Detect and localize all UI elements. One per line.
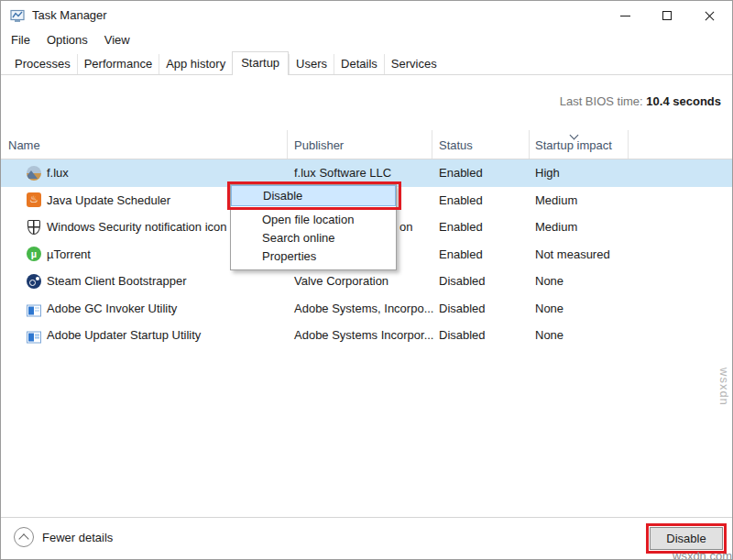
footer-bar: Fewer details: [1, 517, 732, 559]
adobe-icon: [27, 304, 41, 316]
flux-icon: [27, 166, 41, 181]
impact-cell: Not measured: [535, 241, 610, 269]
sort-descending-icon: [571, 132, 578, 139]
tab-bar: Processes Performance App history Startu…: [1, 51, 732, 75]
publisher-cell: Adobe Systems Incorpor...: [294, 322, 433, 349]
close-icon: [704, 10, 716, 22]
status-cell: Enabled: [439, 241, 483, 269]
column-divider[interactable]: [432, 130, 432, 159]
adobe-icon: [27, 332, 41, 344]
tab-app-history[interactable]: App history: [159, 54, 232, 74]
impact-cell: None: [535, 268, 563, 295]
task-manager-icon: [10, 8, 25, 23]
fewer-details-toggle[interactable]: Fewer details: [14, 527, 113, 547]
status-cell: Enabled: [439, 159, 483, 187]
table-row-flux[interactable]: f.lux f.lux Software LLC Enabled High: [1, 159, 732, 187]
last-bios-time: Last BIOS time: 10.4 seconds: [560, 94, 721, 108]
steam-icon: [27, 274, 41, 289]
column-divider[interactable]: [287, 130, 288, 159]
publisher-cell: Adobe Systems, Incorpo...: [294, 295, 433, 323]
tab-processes[interactable]: Processes: [8, 54, 77, 74]
status-cell: Enabled: [439, 187, 483, 214]
table-header: Name Publisher Status Startup impact: [1, 129, 732, 159]
startup-item-name: Java Update Scheduler: [47, 187, 170, 214]
column-header-status[interactable]: Status: [439, 138, 473, 152]
maximize-button[interactable]: [646, 1, 688, 30]
watermark-bottom: wsxdn.com: [673, 549, 732, 560]
last-bios-time-label: Last BIOS time:: [560, 94, 643, 108]
chevron-up-circle-icon: [14, 527, 34, 547]
java-icon: ♨: [27, 192, 41, 207]
status-cell: Disabled: [439, 268, 486, 295]
status-cell: Disabled: [439, 295, 486, 323]
fewer-details-label: Fewer details: [42, 531, 113, 544]
table-row-adobe-updater[interactable]: Adobe Updater Startup Utility Adobe Syst…: [1, 322, 732, 349]
windows-security-shield-icon: [27, 220, 40, 235]
tab-users[interactable]: Users: [289, 54, 334, 74]
context-menu: Disable Open file location Search online…: [230, 184, 397, 270]
column-header-name[interactable]: Name: [8, 138, 40, 152]
minimize-icon: [620, 16, 630, 16]
impact-cell: None: [535, 322, 563, 349]
context-menu-item-search-online[interactable]: Search online: [231, 229, 396, 247]
startup-item-name: f.lux: [47, 159, 69, 187]
impact-cell: None: [535, 295, 563, 323]
column-header-startup-impact[interactable]: Startup impact: [535, 138, 612, 152]
status-cell: Disabled: [439, 322, 486, 349]
watermark-side: wsxdn: [717, 368, 731, 406]
title-bar: Task Manager: [1, 1, 732, 30]
column-header-publisher[interactable]: Publisher: [294, 138, 344, 152]
publisher-cell: f.lux Software LLC: [294, 159, 391, 187]
impact-cell: High: [535, 159, 560, 187]
tab-startup[interactable]: Startup: [232, 51, 289, 75]
startup-item-name: Windows Security notification icon: [47, 214, 227, 241]
impact-cell: Medium: [535, 214, 577, 241]
context-menu-item-open-file-location[interactable]: Open file location: [231, 211, 396, 229]
menu-file[interactable]: File: [3, 30, 38, 51]
startup-item-name: Adobe GC Invoker Utility: [47, 295, 177, 323]
disable-button[interactable]: Disable: [650, 527, 723, 550]
close-button[interactable]: [688, 1, 730, 30]
impact-cell: Medium: [535, 187, 577, 214]
utorrent-icon: µ: [27, 247, 41, 261]
column-divider[interactable]: [529, 130, 530, 159]
task-manager-window: Task Manager File Options View Processes…: [0, 0, 733, 560]
tab-details[interactable]: Details: [334, 54, 384, 74]
publisher-cell: Valve Corporation: [294, 268, 388, 295]
column-divider[interactable]: [628, 130, 629, 159]
maximize-icon: [662, 11, 672, 20]
window-title: Task Manager: [32, 1, 107, 30]
context-menu-item-properties[interactable]: Properties: [231, 247, 396, 266]
startup-item-name: Steam Client Bootstrapper: [47, 268, 186, 295]
startup-item-name: Adobe Updater Startup Utility: [47, 322, 201, 349]
status-cell: Enabled: [439, 214, 483, 241]
startup-item-name: µTorrent: [47, 241, 91, 269]
context-menu-item-disable[interactable]: Disable: [231, 185, 396, 206]
menu-bar: File Options View: [1, 30, 732, 51]
minimize-button[interactable]: [604, 1, 646, 30]
table-row-adobe-gc-invoker[interactable]: Adobe GC Invoker Utility Adobe Systems, …: [1, 295, 732, 323]
menu-options[interactable]: Options: [38, 30, 96, 51]
menu-view[interactable]: View: [96, 30, 138, 51]
tab-services[interactable]: Services: [384, 54, 443, 74]
publisher-cell: on: [399, 214, 412, 241]
last-bios-time-value: 10.4 seconds: [646, 94, 721, 108]
table-row-steam-client-bootstrapper[interactable]: Steam Client Bootstrapper Valve Corporat…: [1, 268, 732, 295]
tab-performance[interactable]: Performance: [77, 54, 159, 74]
